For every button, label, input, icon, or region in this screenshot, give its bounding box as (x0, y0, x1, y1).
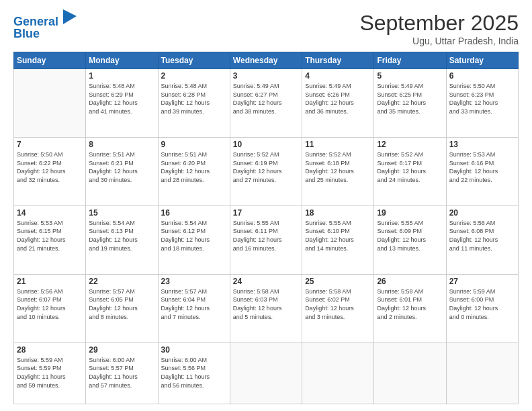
day-number: 12 (377, 140, 443, 149)
calendar-table: SundayMondayTuesdayWednesdayThursdayFrid… (13, 52, 519, 404)
day-cell: 12Sunrise: 5:52 AM Sunset: 6:17 PM Dayli… (374, 137, 446, 205)
day-cell: 6Sunrise: 5:50 AM Sunset: 6:23 PM Daylig… (446, 69, 518, 138)
day-info: Sunrise: 5:51 AM Sunset: 6:21 PM Dayligh… (89, 150, 154, 184)
day-number: 20 (449, 208, 515, 218)
weekday-header-row: SundayMondayTuesdayWednesdayThursdayFrid… (14, 52, 519, 69)
day-cell: 14Sunrise: 5:53 AM Sunset: 6:15 PM Dayli… (14, 205, 86, 274)
week-row-3: 14Sunrise: 5:53 AM Sunset: 6:15 PM Dayli… (14, 205, 519, 274)
day-info: Sunrise: 5:55 AM Sunset: 6:09 PM Dayligh… (377, 219, 443, 253)
day-info: Sunrise: 5:57 AM Sunset: 6:05 PM Dayligh… (89, 287, 154, 321)
weekday-header-friday: Friday (374, 52, 446, 69)
day-info: Sunrise: 5:53 AM Sunset: 6:16 PM Dayligh… (449, 150, 515, 184)
week-row-1: 1Sunrise: 5:48 AM Sunset: 6:29 PM Daylig… (14, 69, 519, 138)
day-cell: 15Sunrise: 5:54 AM Sunset: 6:13 PM Dayli… (86, 205, 158, 274)
day-info: Sunrise: 5:58 AM Sunset: 6:03 PM Dayligh… (233, 287, 299, 321)
day-cell: 17Sunrise: 5:55 AM Sunset: 6:11 PM Dayli… (230, 205, 302, 274)
day-cell: 8Sunrise: 5:51 AM Sunset: 6:21 PM Daylig… (86, 137, 158, 205)
day-number: 8 (89, 140, 154, 149)
day-info: Sunrise: 6:00 AM Sunset: 5:56 PM Dayligh… (161, 356, 227, 390)
day-cell: 1Sunrise: 5:48 AM Sunset: 6:29 PM Daylig… (86, 69, 158, 138)
day-info: Sunrise: 5:56 AM Sunset: 6:07 PM Dayligh… (17, 287, 83, 321)
day-number: 4 (305, 71, 371, 81)
day-number: 17 (233, 208, 299, 218)
day-number: 1 (89, 71, 154, 81)
day-cell: 11Sunrise: 5:52 AM Sunset: 6:18 PM Dayli… (302, 137, 374, 205)
month-title: September 2025 (359, 11, 519, 36)
day-number: 28 (17, 345, 83, 355)
day-info: Sunrise: 5:52 AM Sunset: 6:17 PM Dayligh… (377, 150, 443, 184)
location: Ugu, Uttar Pradesh, India (359, 36, 519, 46)
day-cell: 23Sunrise: 5:57 AM Sunset: 6:04 PM Dayli… (158, 274, 230, 342)
day-number: 3 (233, 71, 299, 81)
weekday-header-sunday: Sunday (14, 52, 86, 69)
day-number: 30 (161, 345, 227, 355)
day-cell: 4Sunrise: 5:49 AM Sunset: 6:26 PM Daylig… (302, 69, 374, 138)
day-cell: 19Sunrise: 5:55 AM Sunset: 6:09 PM Dayli… (374, 205, 446, 274)
day-cell: 21Sunrise: 5:56 AM Sunset: 6:07 PM Dayli… (14, 274, 86, 342)
day-cell (446, 342, 518, 404)
day-info: Sunrise: 5:49 AM Sunset: 6:25 PM Dayligh… (377, 82, 443, 116)
day-cell (374, 342, 446, 404)
week-row-5: 28Sunrise: 5:59 AM Sunset: 5:59 PM Dayli… (14, 342, 519, 404)
day-number: 9 (161, 140, 227, 149)
day-cell (230, 342, 302, 404)
day-info: Sunrise: 5:56 AM Sunset: 6:08 PM Dayligh… (449, 219, 515, 253)
weekday-header-monday: Monday (86, 52, 158, 69)
day-number: 2 (161, 71, 227, 81)
day-cell: 3Sunrise: 5:49 AM Sunset: 6:27 PM Daylig… (230, 69, 302, 138)
day-cell: 26Sunrise: 5:58 AM Sunset: 6:01 PM Dayli… (374, 274, 446, 342)
day-number: 15 (89, 208, 154, 218)
weekday-header-tuesday: Tuesday (158, 52, 230, 69)
day-info: Sunrise: 5:49 AM Sunset: 6:26 PM Dayligh… (305, 82, 371, 116)
day-cell: 7Sunrise: 5:50 AM Sunset: 6:22 PM Daylig… (14, 137, 86, 205)
day-cell (14, 69, 86, 138)
day-info: Sunrise: 6:00 AM Sunset: 5:57 PM Dayligh… (89, 356, 154, 390)
day-cell: 29Sunrise: 6:00 AM Sunset: 5:57 PM Dayli… (86, 342, 158, 404)
day-cell: 16Sunrise: 5:54 AM Sunset: 6:12 PM Dayli… (158, 205, 230, 274)
day-number: 21 (17, 277, 83, 286)
title-block: September 2025 Ugu, Uttar Pradesh, India (359, 11, 519, 46)
day-number: 10 (233, 140, 299, 149)
day-number: 13 (449, 140, 515, 149)
logo: General Blue (13, 11, 77, 41)
day-info: Sunrise: 5:52 AM Sunset: 6:19 PM Dayligh… (233, 150, 299, 184)
day-info: Sunrise: 5:51 AM Sunset: 6:20 PM Dayligh… (161, 150, 227, 184)
day-info: Sunrise: 5:50 AM Sunset: 6:22 PM Dayligh… (17, 150, 83, 184)
day-number: 16 (161, 208, 227, 218)
day-cell: 24Sunrise: 5:58 AM Sunset: 6:03 PM Dayli… (230, 274, 302, 342)
day-info: Sunrise: 5:52 AM Sunset: 6:18 PM Dayligh… (305, 150, 371, 184)
day-number: 5 (377, 71, 443, 81)
day-number: 22 (89, 277, 154, 286)
day-info: Sunrise: 5:55 AM Sunset: 6:10 PM Dayligh… (305, 219, 371, 253)
day-info: Sunrise: 5:58 AM Sunset: 6:01 PM Dayligh… (377, 287, 443, 321)
weekday-header-wednesday: Wednesday (230, 52, 302, 69)
day-info: Sunrise: 5:48 AM Sunset: 6:28 PM Dayligh… (161, 82, 227, 116)
day-number: 29 (89, 345, 154, 355)
day-info: Sunrise: 5:59 AM Sunset: 5:59 PM Dayligh… (17, 356, 83, 390)
day-cell: 2Sunrise: 5:48 AM Sunset: 6:28 PM Daylig… (158, 69, 230, 138)
day-info: Sunrise: 5:58 AM Sunset: 6:02 PM Dayligh… (305, 287, 371, 321)
day-number: 24 (233, 277, 299, 286)
day-info: Sunrise: 5:54 AM Sunset: 6:13 PM Dayligh… (89, 219, 154, 253)
day-info: Sunrise: 5:49 AM Sunset: 6:27 PM Dayligh… (233, 82, 299, 116)
day-cell: 18Sunrise: 5:55 AM Sunset: 6:10 PM Dayli… (302, 205, 374, 274)
day-cell: 9Sunrise: 5:51 AM Sunset: 6:20 PM Daylig… (158, 137, 230, 205)
calendar-page: General Blue September 2025 Ugu, Uttar P… (0, 0, 532, 411)
day-cell: 10Sunrise: 5:52 AM Sunset: 6:19 PM Dayli… (230, 137, 302, 205)
day-cell: 30Sunrise: 6:00 AM Sunset: 5:56 PM Dayli… (158, 342, 230, 404)
day-info: Sunrise: 5:57 AM Sunset: 6:04 PM Dayligh… (161, 287, 227, 321)
day-number: 18 (305, 208, 371, 218)
header: General Blue September 2025 Ugu, Uttar P… (13, 11, 519, 46)
day-cell: 5Sunrise: 5:49 AM Sunset: 6:25 PM Daylig… (374, 69, 446, 138)
day-number: 27 (449, 277, 515, 286)
logo-icon (63, 9, 77, 24)
day-info: Sunrise: 5:53 AM Sunset: 6:15 PM Dayligh… (17, 219, 83, 253)
week-row-4: 21Sunrise: 5:56 AM Sunset: 6:07 PM Dayli… (14, 274, 519, 342)
day-cell: 22Sunrise: 5:57 AM Sunset: 6:05 PM Dayli… (86, 274, 158, 342)
week-row-2: 7Sunrise: 5:50 AM Sunset: 6:22 PM Daylig… (14, 137, 519, 205)
day-info: Sunrise: 5:59 AM Sunset: 6:00 PM Dayligh… (449, 287, 515, 321)
day-cell: 20Sunrise: 5:56 AM Sunset: 6:08 PM Dayli… (446, 205, 518, 274)
day-number: 7 (17, 140, 83, 149)
logo-text-blue: Blue (13, 28, 40, 41)
day-number: 26 (377, 277, 443, 286)
